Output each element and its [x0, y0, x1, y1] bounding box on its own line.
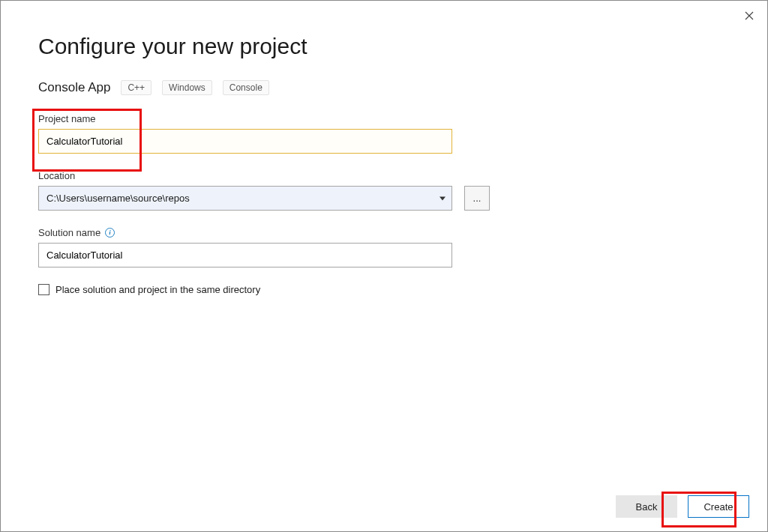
solution-name-group: Solution name i [38, 227, 730, 267]
back-button[interactable]: Back [616, 495, 677, 518]
close-icon[interactable] [742, 8, 757, 23]
solution-name-label-text: Solution name [38, 227, 100, 238]
same-directory-checkbox[interactable] [38, 284, 50, 295]
page-title: Configure your new project [38, 34, 730, 59]
back-button-label: Back [636, 501, 658, 513]
project-name-input[interactable] [38, 129, 452, 154]
browse-button-label: ... [473, 193, 482, 204]
location-group: Location C:\Users\username\source\repos … [38, 170, 730, 211]
location-value: C:\Users\username\source\repos [46, 193, 190, 204]
location-row: C:\Users\username\source\repos ... [38, 186, 730, 211]
project-name-group: Project name [38, 113, 730, 154]
same-directory-label: Place solution and project in the same d… [56, 284, 260, 295]
browse-button[interactable]: ... [464, 186, 490, 211]
template-info-row: Console App C++ Windows Console [38, 80, 730, 95]
chevron-down-icon [440, 196, 446, 200]
location-combobox[interactable]: C:\Users\username\source\repos [38, 186, 452, 211]
location-label: Location [38, 170, 730, 181]
dialog-footer: Back Create [616, 495, 749, 518]
create-button-label: Create [704, 501, 733, 513]
solution-name-label: Solution name i [38, 227, 730, 238]
configure-project-dialog: Configure your new project Console App C… [0, 0, 768, 532]
tag-language: C++ [121, 80, 152, 95]
info-icon[interactable]: i [105, 228, 115, 238]
template-name: Console App [38, 80, 110, 95]
tag-platform: Windows [162, 80, 212, 95]
solution-name-input[interactable] [38, 243, 452, 267]
same-directory-row: Place solution and project in the same d… [38, 284, 730, 295]
create-button[interactable]: Create [688, 495, 749, 518]
tag-type: Console [223, 80, 269, 95]
dialog-content: Configure your new project Console App C… [1, 1, 767, 295]
project-name-label: Project name [38, 113, 730, 124]
